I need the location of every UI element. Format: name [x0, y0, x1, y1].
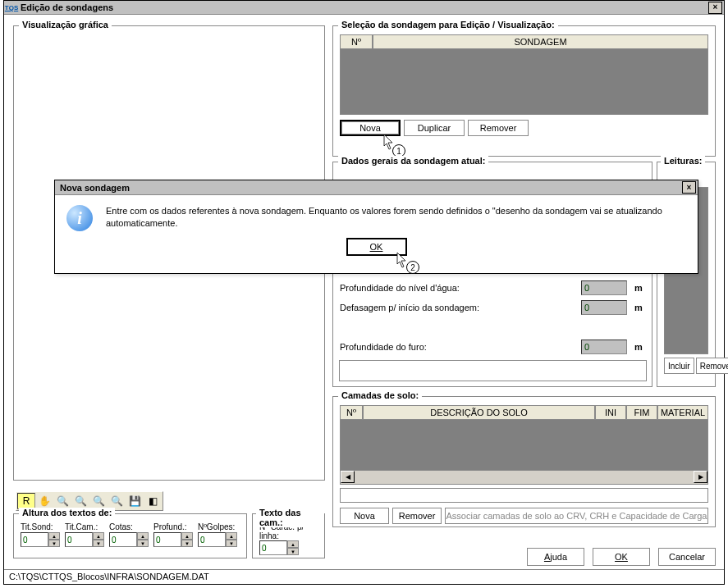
cotas-label: Cotas: [109, 522, 151, 531]
titsond-input[interactable]: 0 ▲▼ [21, 532, 62, 547]
scroll-track[interactable] [355, 471, 694, 484]
bottom-button-row: Ajuda OK Cancelar [527, 548, 716, 566]
info-icon: i [66, 205, 93, 231]
unit-m: m [632, 283, 645, 293]
pan-icon[interactable]: ✋ [35, 493, 53, 509]
group-camadas-legend: Camadas de solo: [338, 390, 422, 400]
spin-down-icon[interactable]: ▼ [226, 540, 237, 547]
dialog-message: Entre com os dados referentes à nova son… [106, 205, 686, 230]
scroll-left-button[interactable]: ◀ [341, 471, 355, 483]
group-dados-legend: Dados gerais da sondagem atual: [338, 156, 488, 166]
group-selecao-legend: Seleção da sondagem para Edição / Visual… [338, 20, 558, 30]
prof-agua-label: Profundidade do nível d'água: [340, 283, 581, 293]
dialog-ok-button[interactable]: OK [346, 238, 407, 256]
close-button[interactable]: × [708, 2, 722, 14]
dialog-close-button[interactable]: × [682, 181, 696, 194]
defasagem-input[interactable]: 0 [581, 300, 627, 315]
camadas-body[interactable] [340, 420, 708, 471]
nova-camada-button[interactable]: Nova [340, 508, 389, 524]
field-prof-furo: Profundidade do furo: 0 m [340, 340, 645, 354]
window-title: Edição de sondagens [21, 2, 708, 12]
titsond-label: Tit.Sond: [21, 522, 62, 531]
associar-button[interactable]: Associar camadas de solo ao CRV, CRH e C… [445, 508, 708, 524]
spin-up-icon[interactable]: ▲ [48, 532, 60, 540]
camadas-header: Nº DESCRIÇÃO DO SOLO INI FIM MATERIAL [340, 405, 708, 420]
field-defasagem: Defasagem p/ início da sondagem: 0 m [340, 300, 645, 315]
prof-agua-input[interactable]: 0 [581, 280, 627, 295]
spin-down-icon[interactable]: ▼ [93, 540, 104, 547]
zoom-out-icon[interactable]: 🔍 [89, 493, 108, 509]
group-visualizacao-legend: Visualização gráfica [19, 20, 112, 30]
profund-label: Profund.: [153, 522, 195, 531]
save-icon[interactable]: 💾 [126, 493, 144, 509]
spin-down-icon[interactable]: ▼ [48, 540, 60, 547]
spin-up-icon[interactable]: ▲ [226, 532, 237, 540]
ok-button[interactable]: OK [593, 548, 650, 566]
spin-up-icon[interactable]: ▲ [137, 532, 149, 540]
titcam-label: Tit.Cam.: [65, 522, 107, 531]
cam-header-desc[interactable]: DESCRIÇÃO DO SOLO [363, 405, 595, 420]
remover-camada-button[interactable]: Remover [392, 508, 442, 524]
step-2-indicator: 2 [406, 261, 419, 274]
group-selecao: Seleção da sondagem para Edição / Visual… [332, 25, 716, 157]
scroll-right-button[interactable]: ▶ [694, 471, 707, 483]
app-icon: TQS [6, 2, 17, 13]
spin-down-icon[interactable]: ▼ [287, 548, 299, 555]
sel-table-header: Nº SONDAGEM [340, 34, 708, 49]
nova-sondagem-dialog: Nova sondagem × i Entre com os dados ref… [54, 180, 698, 274]
titcam-input[interactable]: 0 ▲▼ [65, 532, 107, 547]
group-camadas: Camadas de solo: Nº DESCRIÇÃO DO SOLO IN… [332, 396, 716, 527]
camadas-status [340, 488, 708, 503]
duplicar-button[interactable]: Duplicar [404, 120, 465, 136]
group-altura: Altura dos textos de: Tit.Sond: 0 ▲▼ Tit… [13, 513, 247, 558]
spin-down-icon[interactable]: ▼ [137, 540, 149, 547]
status-bar: C:\TQS\CTTQS_Blocos\INFRA\SONDAGEM.DAT [4, 569, 724, 584]
cam-header-material[interactable]: MATERIAL [657, 405, 708, 420]
dialog-title: Nova sondagem [57, 183, 682, 193]
zoom-window-icon[interactable]: 🔍 [108, 493, 126, 509]
ngolpes-label: NºGolpes: [198, 522, 240, 531]
spin-up-icon[interactable]: ▲ [287, 540, 299, 548]
group-leituras-legend: Leituras: [661, 156, 705, 166]
defasagem-label: Defasagem p/ início da sondagem: [340, 303, 581, 312]
associar-label: Associar camadas de solo ao CRV, CRH e C… [446, 511, 707, 521]
group-texto-legend: Texto das cam.: [256, 508, 324, 527]
ngolpes-input[interactable]: 0 ▲▼ [198, 532, 240, 547]
cam-header-num[interactable]: Nº [340, 405, 363, 420]
ajuda-button[interactable]: Ajuda [527, 548, 584, 566]
prof-furo-label: Profundidade do furo: [340, 342, 581, 352]
remover-sondagem-button[interactable]: Remover [468, 120, 529, 136]
redraw-icon[interactable]: R [17, 493, 35, 509]
cam-header-fim[interactable]: FIM [626, 405, 657, 420]
zoom-in-icon[interactable]: 🔍 [71, 493, 89, 509]
camadas-scrollbar[interactable]: ◀ ▶ [340, 471, 708, 485]
profund-input[interactable]: 0 ▲▼ [153, 532, 195, 547]
cam-header-ini[interactable]: INI [595, 405, 626, 420]
remover-leitura-button[interactable]: Remover [696, 358, 728, 374]
main-titlebar: TQS Edição de sondagens × [4, 1, 724, 15]
unit-m: m [632, 342, 645, 352]
ncarac-input[interactable]: 0 ▲▼ [259, 540, 300, 555]
cotas-input[interactable]: 0 ▲▼ [109, 532, 151, 547]
unit-m: m [632, 303, 645, 312]
cancelar-button[interactable]: Cancelar [658, 548, 716, 566]
spin-up-icon[interactable]: ▲ [93, 532, 104, 540]
main-window: TQS Edição de sondagens × Visualização g… [3, 0, 725, 585]
group-altura-legend: Altura dos textos de: [19, 508, 115, 517]
dialog-titlebar: Nova sondagem × [55, 180, 698, 195]
field-prof-agua: Profundidade do nível d'água: 0 m [340, 280, 645, 295]
spin-up-icon[interactable]: ▲ [181, 532, 193, 540]
group-texto: Texto das cam.: Nº Carac. p/ linha: 0 ▲▼ [252, 513, 325, 558]
prof-furo-input[interactable]: 0 [581, 340, 627, 354]
sel-header-sondagem[interactable]: SONDAGEM [373, 34, 708, 49]
sel-header-num[interactable]: Nº [340, 34, 373, 49]
dados-bottom-box [339, 360, 647, 381]
nova-button[interactable]: Nova [340, 120, 401, 136]
incluir-button[interactable]: Incluir [664, 358, 694, 374]
settings-icon[interactable]: ◧ [144, 493, 162, 509]
zoom-icon[interactable]: 🔍 [53, 493, 71, 509]
sel-table-body[interactable] [340, 49, 708, 115]
spin-down-icon[interactable]: ▼ [181, 540, 193, 547]
